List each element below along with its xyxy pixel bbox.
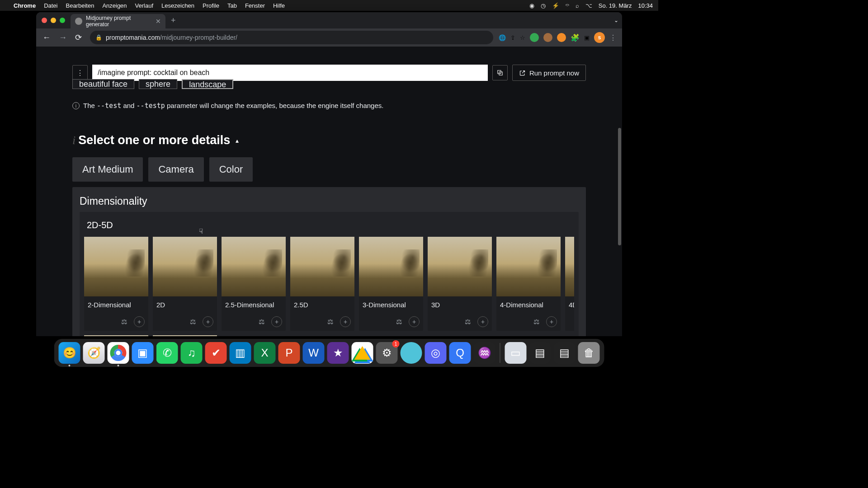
dock-zoom[interactable]: ▣ xyxy=(132,342,154,364)
add-icon[interactable]: + xyxy=(340,316,351,327)
dock-trash[interactable]: 🗑 xyxy=(578,342,600,364)
dock-terminal[interactable]: ▤ xyxy=(554,342,576,364)
example-chip[interactable]: beautiful face xyxy=(72,79,134,89)
new-tab-button[interactable]: + xyxy=(171,16,176,25)
back-button[interactable]: ← xyxy=(40,31,53,44)
forward-button[interactable]: → xyxy=(56,31,70,44)
sidepanel-icon[interactable]: ▣ xyxy=(584,34,590,41)
card-thumbnail[interactable] xyxy=(153,237,217,296)
panel-title[interactable]: Dimensionality xyxy=(80,195,579,207)
prompt-input[interactable]: /imagine prompt: cocktail on beach xyxy=(92,65,488,81)
dock-audio[interactable]: ♒ xyxy=(474,342,495,364)
card-thumbnail[interactable] xyxy=(84,237,148,296)
menubar-item[interactable]: Verlauf xyxy=(135,2,153,9)
share-icon[interactable]: ⇪ xyxy=(510,34,515,41)
tab-camera[interactable]: Camera xyxy=(148,157,203,182)
search-icon[interactable]: ⌕ xyxy=(576,2,579,9)
weight-icon[interactable]: ⚖ xyxy=(187,316,198,327)
menubar-date[interactable]: So. 19. März xyxy=(599,2,632,9)
close-tab-icon[interactable]: ✕ xyxy=(156,18,161,25)
tabs-dropdown-icon[interactable]: ⌄ xyxy=(614,17,618,23)
style-card[interactable]: 2.5-Dimensional⚖+ xyxy=(222,237,286,331)
section-header[interactable]: i Select one or more details ▴ xyxy=(72,133,586,147)
menubar-time[interactable]: 10:34 xyxy=(638,2,653,9)
style-card[interactable]: 2-Dimensional⚖+ xyxy=(84,237,148,331)
reload-button[interactable]: ⟳ xyxy=(72,31,85,44)
weight-icon[interactable]: ⚖ xyxy=(393,316,404,327)
style-card[interactable]: 4D⚖+ xyxy=(565,237,574,331)
dock-todoist[interactable]: ✔ xyxy=(205,342,227,364)
dock-quicktime[interactable]: Q xyxy=(449,342,471,364)
scrollbar[interactable] xyxy=(618,128,621,245)
dock-terminal[interactable]: ▤ xyxy=(529,342,551,364)
extension-icon[interactable] xyxy=(530,33,539,42)
wifi-icon[interactable]: ⌔ xyxy=(566,2,569,9)
style-card[interactable]: 4-Dimensional⚖+ xyxy=(496,237,561,331)
dock-trello[interactable]: ▥ xyxy=(230,342,251,364)
menubar-item[interactable]: Lesezeichen xyxy=(161,2,194,9)
bookmark-icon[interactable]: ☆ xyxy=(520,34,525,41)
window-maximize-icon[interactable] xyxy=(60,18,65,23)
card-thumbnail[interactable] xyxy=(565,237,574,296)
chrome-menu-icon[interactable]: ⋮ xyxy=(609,33,617,42)
weight-icon[interactable]: ⚖ xyxy=(256,316,267,327)
translate-icon[interactable]: 🌐 xyxy=(499,34,506,41)
dock-drive[interactable] xyxy=(352,342,373,364)
card-thumbnail[interactable] xyxy=(290,237,354,296)
add-icon[interactable]: + xyxy=(409,316,420,327)
menubar-app[interactable]: Chrome xyxy=(14,2,36,9)
card-thumbnail[interactable] xyxy=(496,237,561,296)
menubar-item[interactable]: Tab xyxy=(227,2,237,9)
clock-icon[interactable]: ◷ xyxy=(541,2,546,9)
example-chip-selected[interactable]: landscape xyxy=(182,79,233,89)
add-icon[interactable]: + xyxy=(477,316,488,327)
example-chip[interactable]: sphere xyxy=(139,79,177,89)
control-center-icon[interactable]: ⌥ xyxy=(585,2,592,9)
dock-spotify[interactable]: ♫ xyxy=(181,342,203,364)
weight-icon[interactable]: ⚖ xyxy=(118,316,129,327)
window-minimize-icon[interactable] xyxy=(51,18,56,23)
collapse-icon[interactable]: ▴ xyxy=(236,137,239,144)
extension-icon[interactable] xyxy=(557,33,566,42)
dock-chrome[interactable] xyxy=(108,342,129,364)
address-bar[interactable]: 🔒 promptomania.com/midjourney-prompt-bui… xyxy=(90,31,493,44)
extension-icon[interactable] xyxy=(543,33,552,42)
tab-art-medium[interactable]: Art Medium xyxy=(72,157,143,182)
menubar-item[interactable]: Bearbeiten xyxy=(66,2,94,9)
dock-finder[interactable]: 😊 xyxy=(59,342,80,364)
add-icon[interactable]: + xyxy=(203,316,213,327)
style-card[interactable]: 3-Dimensional⚖+ xyxy=(359,237,423,331)
weight-icon[interactable]: ⚖ xyxy=(531,316,542,327)
card-thumbnail[interactable] xyxy=(359,237,423,296)
menubar-item[interactable]: Fenster xyxy=(245,2,265,9)
dock-app[interactable] xyxy=(401,342,422,364)
add-icon[interactable]: + xyxy=(271,316,282,327)
dock-safari[interactable]: 🧭 xyxy=(83,342,105,364)
dock-excel[interactable]: X xyxy=(254,342,276,364)
menubar-item[interactable]: Profile xyxy=(203,2,219,9)
prompt-menu-button[interactable]: ⋮ xyxy=(72,65,88,80)
card-thumbnail[interactable] xyxy=(84,335,148,336)
weight-icon[interactable]: ⚖ xyxy=(462,316,473,327)
menubar-item[interactable]: Datei xyxy=(44,2,57,9)
record-icon[interactable]: ◉ xyxy=(529,2,534,9)
dock-app[interactable]: ▭ xyxy=(505,342,527,364)
dock-settings[interactable]: ⚙1 xyxy=(376,342,398,364)
copy-button[interactable] xyxy=(492,65,508,80)
style-card[interactable]: 2D⚖+ xyxy=(153,237,217,331)
dock-whatsapp[interactable]: ✆ xyxy=(156,342,178,364)
add-icon[interactable]: + xyxy=(134,316,145,327)
dock-powerpoint[interactable]: P xyxy=(278,342,300,364)
weight-icon[interactable]: ⚖ xyxy=(325,316,335,327)
browser-tab[interactable]: Midjourney prompt generator ✕ xyxy=(71,14,165,28)
card-thumbnail[interactable] xyxy=(222,237,286,296)
dock-discord[interactable]: ◎ xyxy=(425,342,447,364)
style-card[interactable]: 2.5D⚖+ xyxy=(290,237,354,331)
window-close-icon[interactable] xyxy=(42,18,47,23)
extensions-icon[interactable]: 🧩 xyxy=(571,33,580,42)
dock-imovie[interactable]: ★ xyxy=(327,342,349,364)
menubar-item[interactable]: Anzeigen xyxy=(102,2,127,9)
battery-icon[interactable]: ⚡ xyxy=(552,2,559,9)
add-icon[interactable]: + xyxy=(546,316,557,327)
tab-color[interactable]: Color xyxy=(209,157,253,182)
